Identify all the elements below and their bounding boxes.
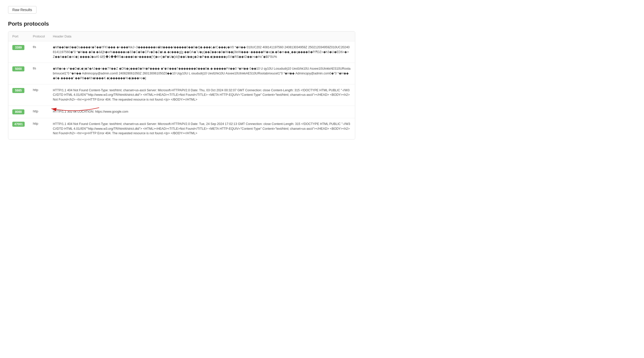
port-cell: 8088 xyxy=(8,106,29,118)
section-title: Ports protocols xyxy=(8,21,636,27)
port-cell: 3389 xyxy=(8,41,29,63)
protocol-cell: tls xyxy=(29,63,49,84)
table-row: 47001httpHTTP/1.1 404 Not Found Content-… xyxy=(8,118,355,139)
protocol-cell: http xyxy=(29,106,49,118)
port-badge: 5000 xyxy=(12,66,24,71)
ports-table: Port Protocol Header Data 3389tls◆Mf◆◆9◆… xyxy=(8,31,355,139)
port-cell: 5000 xyxy=(8,63,29,84)
table-header-row: Port Protocol Header Data xyxy=(8,31,355,41)
table-row: 5985httpHTTP/1.1 404 Not Found Content-T… xyxy=(8,84,355,106)
ports-table-container: Port Protocol Header Data 3389tls◆Mf◆◆9◆… xyxy=(8,31,355,140)
port-badge: 8088 xyxy=(12,109,24,114)
col-header-headerdata: Header Data xyxy=(49,31,355,41)
header-data-cell: HTTP/1.1 404 Not Found Content-Type: tex… xyxy=(49,84,355,106)
protocol-cell: tls xyxy=(29,41,49,63)
port-badge: 3389 xyxy=(12,45,24,50)
port-cell: 5985 xyxy=(8,84,29,106)
port-badge: 5985 xyxy=(12,88,24,93)
table-row: 8088httpHTTP/1.1 302 ok LOCATION: https:… xyxy=(8,106,355,118)
col-header-port: Port xyxy=(8,31,29,41)
protocol-cell: http xyxy=(29,118,49,139)
header-data-cell: HTTP/1.1 302 ok LOCATION: https://www.go… xyxy=(49,106,355,118)
header-data-cell: ◆Mf◆n◆ v^◆◆D◆L◆)◆7◆A3◆◆<◆◆7Y◆◆Z ◆DN◆ç◆◆◆… xyxy=(49,63,355,84)
port-badge: 47001 xyxy=(12,122,25,127)
raw-results-button[interactable]: Raw Results xyxy=(8,6,36,14)
header-data-cell: ◆Mf◆◆9◆k9◆◆Da◆◆◆◆τ◆T◆◆!!FK\◆◆◆ ◆+◆◆◆%kJ~… xyxy=(49,41,355,63)
table-row: 3389tls◆Mf◆◆9◆k9◆◆Da◆◆◆◆τ◆T◆◆!!FK\◆◆◆ ◆+… xyxy=(8,41,355,63)
header-data-cell: HTTP/1.1 404 Not Found Content-Type: tex… xyxy=(49,118,355,139)
table-row: 5000tls◆Mf◆n◆ v^◆◆D◆L◆)◆7◆A3◆◆<◆◆7Y◆◆Z ◆… xyxy=(8,63,355,84)
protocol-cell: http xyxy=(29,84,49,106)
col-header-protocol: Protocol xyxy=(29,31,49,41)
port-cell: 47001 xyxy=(8,118,29,139)
